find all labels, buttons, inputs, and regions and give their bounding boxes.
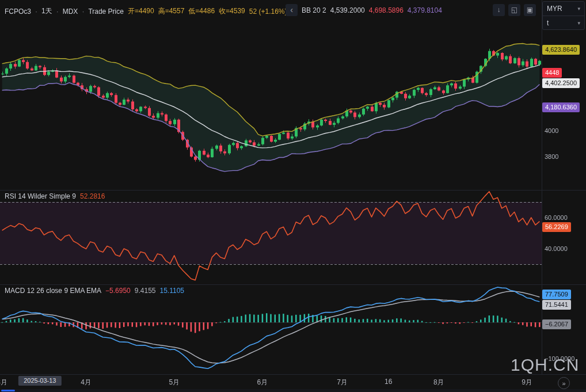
chevron-down-icon: ▾ (577, 6, 580, 12)
currency-label: MYR (547, 5, 562, 13)
bb-middle-price-badge: 4,402.2500 (542, 78, 580, 88)
unit-label: t (547, 19, 549, 27)
screenshot-icon[interactable]: ▣ (524, 4, 536, 16)
separator: · (56, 7, 59, 16)
bb-label[interactable]: BB 20 2 (302, 6, 326, 14)
chevron-down-icon: ▾ (577, 20, 580, 26)
time-label-5月: 5月 (169, 378, 180, 387)
rsi-legend: RSI 14 Wilder Simple 9 52.2816 (5, 192, 105, 200)
rsi-value-badge: 56.2269 (542, 222, 571, 232)
macd-legend: MACD 12 26 close 9 EMA EMA −5.6950 9.415… (5, 287, 184, 295)
rsi-title[interactable]: RSI 14 Wilder Simple 9 (5, 192, 76, 200)
unit-selector[interactable]: t ▾ (543, 16, 584, 29)
bollinger-legend: BB 20 2 4,539.2000 4,698.5896 4,379.8104 (302, 6, 442, 14)
time-label-6月: 6月 (257, 378, 268, 387)
bb-upper-value: 4,698.5896 (369, 6, 404, 14)
rsi-value: 52.2816 (80, 192, 105, 200)
bb-lower-value: 4,379.8104 (408, 6, 442, 14)
chart-toolbar: ↓ ◱ ▣ (493, 4, 536, 16)
bb-upper-price-badge: 4,623.8640 (542, 45, 580, 55)
macd-hist-badge: −6.2067 (542, 319, 571, 329)
exchange-label: MDX (63, 7, 78, 16)
time-label-16: 16 (385, 378, 392, 386)
go-to-latest-button[interactable]: » (558, 377, 570, 389)
time-label-7月: 7月 (337, 378, 348, 387)
price-tick-4000: 4000 (545, 127, 558, 135)
rsi-tick-60: 60.0000 (545, 214, 568, 222)
scrollbar-thumb[interactable] (1, 390, 15, 391)
time-label-3月: 3月 (0, 378, 7, 387)
trading-terminal: FCPOc3 · 1天 · MDX · Trade Price 开=4490 高… (0, 0, 586, 392)
macd-signal-badge: 71.5441 (542, 300, 571, 310)
series-legend: FCPOc3 · 1天 · MDX · Trade Price 开=4490 高… (5, 6, 287, 16)
macd-line-value: 9.4155 (135, 287, 156, 295)
rsi-tick-40: 40.0000 (545, 245, 568, 253)
ohlc-low: 低=4486 (188, 6, 215, 16)
time-label-8月: 8月 (433, 378, 444, 387)
separator: · (82, 7, 84, 16)
series-type-label: Trade Price (88, 7, 124, 16)
horizontal-scrollbar (0, 389, 586, 392)
time-label-4月: 4月 (81, 378, 92, 387)
last-price-badge: 4448 (542, 68, 562, 78)
back-button[interactable]: ‹ (286, 4, 298, 16)
macd-line-badge: 77.7509 (542, 290, 571, 299)
interval-label[interactable]: 1天 (41, 6, 52, 16)
ohlc-high: 高=4557 (158, 6, 185, 16)
separator: · (35, 7, 37, 16)
macd-title[interactable]: MACD 12 26 close 9 EMA EMA (5, 287, 101, 295)
symbol-name[interactable]: FCPOc3 (5, 7, 31, 16)
macd-signal-value: 15.1105 (160, 287, 185, 295)
ohlc-open: 开=4490 (128, 6, 154, 16)
download-icon[interactable]: ↓ (493, 4, 505, 16)
price-tick-3800: 3800 (545, 153, 558, 161)
time-label-9月: 9月 (522, 378, 532, 387)
crosshair-date-badge: 2025-03-13 (18, 376, 61, 386)
maximize-icon[interactable]: ◱ (508, 4, 520, 16)
axis-unit-controls: MYR ▾ t ▾ (542, 1, 585, 30)
bb-lower-price-badge: 4,180.6360 (542, 102, 580, 112)
ohlc-close: 收=4539 (219, 6, 245, 16)
currency-selector[interactable]: MYR ▾ (543, 2, 584, 16)
bb-basis-value: 4,539.2000 (330, 6, 365, 14)
ohlc-change: 52 (+1.16%) (249, 7, 287, 16)
macd-tick-neg100: −100.0000 (545, 355, 574, 363)
macd-hist-value: −5.6950 (105, 287, 131, 295)
